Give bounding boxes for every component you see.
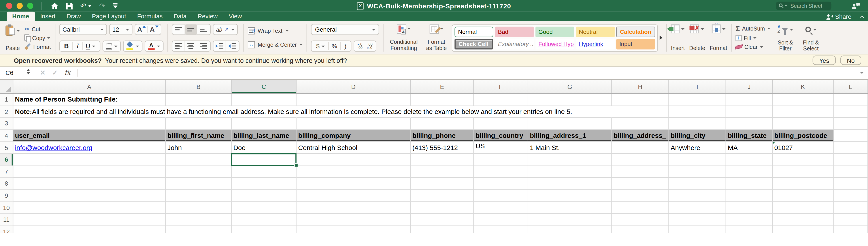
cell-L9[interactable] <box>834 190 868 202</box>
cell-L5[interactable] <box>834 142 868 154</box>
cell-F5[interactable]: US <box>474 142 528 154</box>
column-header-D[interactable]: D <box>297 80 411 93</box>
row-header-12[interactable]: 12 <box>0 226 13 233</box>
redo-button[interactable]: ↷ <box>99 0 105 12</box>
cell-B8[interactable] <box>166 178 232 190</box>
collapse-ribbon-icon[interactable] <box>860 15 864 20</box>
cell-E10[interactable] <box>411 202 474 214</box>
cell-E4[interactable]: billing_phone <box>411 130 474 142</box>
cell-I11[interactable] <box>669 214 726 226</box>
clear-button[interactable]: Clear <box>736 43 770 52</box>
cell-C10[interactable] <box>232 202 297 214</box>
home-icon[interactable] <box>51 0 58 12</box>
confirm-entry-icon[interactable]: ✓ <box>52 69 58 77</box>
cell-D4[interactable]: billing_company <box>297 130 411 142</box>
cell-C4[interactable]: billing_last_name <box>232 130 297 142</box>
banner-yes-button[interactable]: Yes <box>813 56 836 65</box>
sort-filter-button[interactable]: AZ Sort & Filter <box>775 24 796 52</box>
cell-E8[interactable] <box>411 178 474 190</box>
style-input[interactable]: Input <box>617 39 655 49</box>
cell-J5[interactable]: MA <box>726 142 773 154</box>
grow-font-button[interactable]: A <box>137 25 146 33</box>
row-header-2[interactable]: 2 <box>0 106 13 118</box>
cell-L3[interactable] <box>834 118 868 130</box>
cell-I5[interactable]: Anywhere <box>669 142 726 154</box>
cell-D7[interactable] <box>297 166 411 178</box>
delete-cells-button[interactable]: ✗ Delete <box>689 24 705 52</box>
cell-G11[interactable] <box>528 214 612 226</box>
cell-C12[interactable] <box>232 226 297 233</box>
cell-D1[interactable] <box>297 94 411 106</box>
cell-B4[interactable]: billing_first_name <box>166 130 232 142</box>
cell-L4[interactable] <box>834 130 868 142</box>
align-bottom-button[interactable] <box>197 24 209 34</box>
cell-L11[interactable] <box>834 214 868 226</box>
cell-J10[interactable] <box>726 202 773 214</box>
cell-L1[interactable] <box>834 94 868 106</box>
cell-D8[interactable] <box>297 178 411 190</box>
tab-view[interactable]: View <box>223 12 247 21</box>
formula-bar-expand[interactable] <box>860 66 868 79</box>
cell-H9[interactable] <box>612 190 669 202</box>
tab-draw[interactable]: Draw <box>61 12 86 21</box>
cell-E5[interactable]: (413) 555-1212 <box>411 142 474 154</box>
row-header-6[interactable]: 6 <box>0 154 13 166</box>
column-header-G[interactable]: G <box>528 80 612 93</box>
borders-button[interactable] <box>102 40 121 52</box>
cell-I1[interactable] <box>669 94 726 106</box>
cell-G7[interactable] <box>528 166 612 178</box>
cell-K8[interactable] <box>773 178 834 190</box>
cell-G3[interactable] <box>528 118 612 130</box>
underline-button[interactable]: U <box>82 42 99 50</box>
cell-D6[interactable] <box>297 154 411 166</box>
format-cells-button[interactable]: I↔I Format <box>710 24 727 52</box>
cell-B5[interactable]: John <box>166 142 232 154</box>
cell-C3[interactable] <box>232 118 297 130</box>
cell-A11[interactable] <box>13 214 165 226</box>
cell-B9[interactable] <box>166 190 232 202</box>
select-all-corner[interactable] <box>0 80 13 93</box>
row-header-7[interactable]: 7 <box>0 166 13 178</box>
row-header-5[interactable]: 5 <box>0 142 13 154</box>
row-header-4[interactable]: 4 <box>0 130 13 142</box>
cell-I8[interactable] <box>669 178 726 190</box>
cell-H2[interactable] <box>612 106 669 118</box>
merge-center-button[interactable]: Merge & Center <box>248 39 303 50</box>
decrease-decimal-button[interactable]: .00▸.0 <box>365 42 375 50</box>
cell-B1[interactable] <box>166 94 232 106</box>
search-input[interactable] <box>789 2 828 9</box>
cell-C1[interactable] <box>232 94 297 106</box>
cell-J2[interactable] <box>726 106 773 118</box>
cell-I6[interactable] <box>669 154 726 166</box>
align-right-button[interactable] <box>197 41 209 51</box>
cell-K6[interactable] <box>773 154 834 166</box>
cell-F8[interactable] <box>474 178 528 190</box>
cell-I9[interactable] <box>669 190 726 202</box>
format-painter-button[interactable]: Format <box>24 42 51 51</box>
fill-color-button[interactable] <box>123 40 143 52</box>
cell-H6[interactable] <box>612 154 669 166</box>
cell-H8[interactable] <box>612 178 669 190</box>
cell-F9[interactable] <box>474 190 528 202</box>
cell-G10[interactable] <box>528 202 612 214</box>
cell-C5[interactable]: Doe <box>232 142 297 154</box>
style-explanatory[interactable]: Explanatory ... <box>495 39 534 49</box>
tab-insert[interactable]: Insert <box>35 12 61 21</box>
format-as-table-button[interactable]: Format as Table <box>423 24 450 52</box>
align-center-button[interactable] <box>185 41 197 51</box>
cell-G6[interactable] <box>528 154 612 166</box>
cell-A2[interactable]: Note: All fields are required and all in… <box>13 106 165 118</box>
cell-B10[interactable] <box>166 202 232 214</box>
cell-D9[interactable] <box>297 190 411 202</box>
formula-input[interactable] <box>78 66 860 79</box>
cell-B6[interactable] <box>166 154 232 166</box>
style-hyperlink[interactable]: Hyperlink <box>576 39 615 49</box>
cell-K10[interactable] <box>773 202 834 214</box>
cut-button[interactable]: ✂Cut <box>24 24 51 33</box>
cell-K5[interactable]: 01027 <box>773 142 834 154</box>
cell-B12[interactable] <box>166 226 232 233</box>
cell-L12[interactable] <box>834 226 868 233</box>
orientation-button[interactable]: ab↗ <box>213 24 238 35</box>
zoom-window-button[interactable] <box>27 3 33 9</box>
align-middle-button[interactable] <box>185 24 197 34</box>
